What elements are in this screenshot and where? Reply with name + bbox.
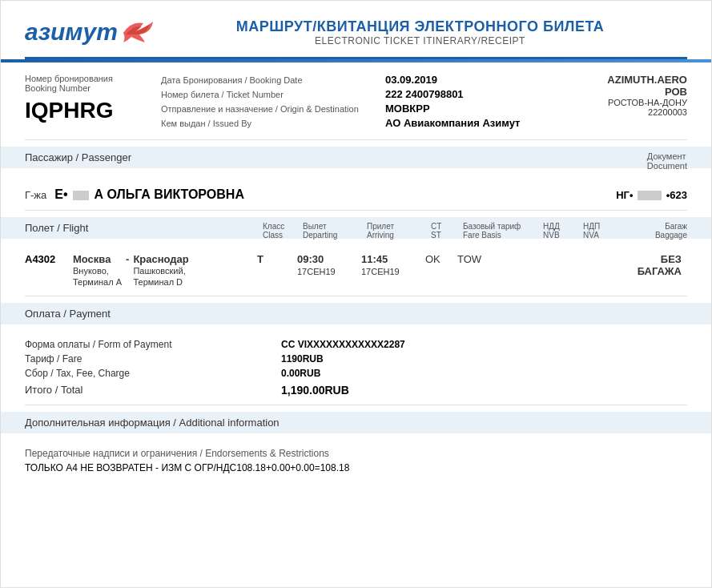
- passenger-section-header: Пассажир / Passenger Документ Document: [1, 147, 711, 168]
- passenger-title: Г-жа: [25, 189, 46, 201]
- flight-col-headers: КлассClass ВылетDeparting ПрилетArriving…: [263, 222, 687, 240]
- payment-section: Форма оплаты / Form of Payment CC VIXXXX…: [25, 331, 687, 405]
- booking-city-code: РОВ: [559, 86, 687, 98]
- origin-sub: Внуково,: [73, 266, 109, 276]
- booking-issued-row: Кем выдан / Issued By АО Авиакомпания Аз…: [161, 117, 551, 129]
- payment-form-row: Форма оплаты / Form of Payment CC VIXXXX…: [25, 339, 687, 350]
- booking-number-col: Номер бронирования Booking Number IQPHRG: [25, 74, 153, 131]
- passenger-name: Е• А ОЛЬГА ВИКТОРОВНА: [54, 187, 591, 202]
- flight-section-header: Полет / Flight КлассClass ВылетDeparting…: [1, 217, 711, 239]
- booking-issued-value: АО Авиакомпания Азимут: [385, 117, 520, 129]
- booking-date-row: Дата Бронирования / Booking Date 03.09.2…: [161, 74, 551, 86]
- col-class-header: КлассClass: [263, 222, 303, 240]
- col-departing-header: ВылетDeparting: [303, 222, 367, 240]
- payment-total-row: Итого / Total 1,190.00RUB: [25, 384, 687, 397]
- origin-terminal: Терминал А: [73, 277, 122, 287]
- booking-ticket-value: 222 2400798801: [385, 88, 464, 100]
- flight-data-row: A4302 Москва Внуково, Терминал А - Красн…: [25, 253, 687, 288]
- passenger-doc: НГ• •623: [591, 189, 687, 201]
- bird-icon: [119, 17, 155, 47]
- endorsements-text: ТОЛЬКО А4 НЕ ВОЗВРАТЕН - ИЗМ С ОГР/НДС10…: [25, 462, 687, 473]
- booking-right-col: AZIMUTH.AERO РОВ РОСТОВ-НА-ДОНУ 22200003: [559, 74, 687, 131]
- dest-sub: Пашковский,: [133, 266, 185, 276]
- flight-st: OK: [425, 253, 457, 277]
- booking-date-label: Дата Бронирования / Booking Date: [161, 75, 385, 85]
- payment-tax-row: Сбор / Tax, Fee, Charge 0.00RUB: [25, 368, 687, 379]
- payment-form-label: Форма оплаты / Form of Payment: [25, 339, 281, 350]
- payment-fare-value: 1190RUB: [281, 353, 324, 364]
- flight-fare: TOW: [457, 253, 537, 277]
- header-title: МАРШРУТ/КВИТАНЦИЯ ЭЛЕКТРОННОГО БИЛЕТА EL…: [153, 18, 687, 46]
- additional-section-header: Дополнительная информация / Additional i…: [1, 412, 711, 433]
- payment-fare-label: Тариф / Fare: [25, 353, 281, 364]
- col-arriving-header: ПрилетArriving: [367, 222, 431, 240]
- flight-class: Т: [257, 253, 297, 277]
- passenger-doc-col-header: Документ Document: [647, 151, 687, 171]
- booking-number-label-en: Booking Number: [25, 83, 153, 93]
- col-st-header: CTST: [431, 222, 463, 240]
- endorsements-label: Передаточные надписи и ограничения / End…: [25, 448, 687, 459]
- flight-data-cols: Т 09:30 17СЕН19 11:45 17СЕН19 OK TOW БЕЗ…: [257, 253, 687, 277]
- flight-dest: Краснодар Пашковский, Терминал D: [133, 253, 188, 288]
- col-fare-header: Базовый тарифFare Basis: [463, 222, 543, 240]
- payment-tax-value: 0.00RUB: [281, 368, 320, 379]
- flight-origin-dest: Москва Внуково, Терминал А - Краснодар П…: [73, 253, 257, 288]
- payment-tax-label: Сбор / Tax, Fee, Charge: [25, 368, 281, 379]
- logo-text: азимут: [25, 18, 118, 46]
- flight-dash: -: [122, 253, 133, 265]
- booking-site: AZIMUTH.AERO: [559, 74, 687, 86]
- dest-terminal: Терминал D: [133, 277, 183, 287]
- booking-ticket-row: Номер билета / Ticket Number 222 2400798…: [161, 88, 551, 100]
- payment-total-value: 1,190.00RUB: [281, 384, 349, 397]
- booking-issued-label: Кем выдан / Issued By: [161, 119, 385, 128]
- flight-nvb: [537, 253, 577, 277]
- origin-city: Москва: [73, 253, 111, 265]
- ticket-page: азимут МАРШРУТ/КВИТАНЦИЯ ЭЛЕКТРОННОГО БИ…: [0, 0, 712, 588]
- booking-origin-label: Отправление и назначение / Origin & Dest…: [161, 104, 385, 114]
- booking-origin-row: Отправление и назначение / Origin & Dest…: [161, 103, 551, 115]
- booking-ticket-label: Номер билета / Ticket Number: [161, 90, 385, 99]
- flight-number: A4302: [25, 253, 73, 265]
- flight-origin: Москва Внуково, Терминал А: [73, 253, 122, 288]
- payment-fare-row: Тариф / Fare 1190RUB: [25, 353, 687, 364]
- flight-nva: [577, 253, 617, 277]
- payment-form-value: CC VIXXXXXXXXXXXX2287: [281, 339, 405, 350]
- payment-section-header: Оплата / Payment: [1, 303, 711, 324]
- booking-date-value: 03.09.2019: [385, 74, 437, 86]
- logo-container: азимут: [25, 17, 153, 47]
- title-english: ELECTRONIC TICKET ITINERARY/RECEIPT: [153, 35, 687, 46]
- booking-number-value: IQPHRG: [25, 98, 153, 123]
- logo-area: азимут: [25, 17, 153, 47]
- dest-city: Краснодар: [133, 253, 188, 265]
- payment-total-label: Итого / Total: [25, 384, 281, 397]
- flight-arriving: 11:45 17СЕН19: [361, 253, 425, 277]
- passenger-section: Г-жа Е• А ОЛЬГА ВИКТОРОВНА НГ• •623: [25, 175, 687, 211]
- col-nva-header: НДПNVA: [583, 222, 623, 240]
- col-baggage-header: БагажBaggage: [623, 222, 687, 240]
- booking-doc-num: 22200003: [559, 107, 687, 117]
- title-russian: МАРШРУТ/КВИТАНЦИЯ ЭЛЕКТРОННОГО БИЛЕТА: [153, 18, 687, 35]
- booking-city-name: РОСТОВ-НА-ДОНУ: [559, 98, 687, 107]
- booking-number-label-ru: Номер бронирования: [25, 74, 153, 83]
- flight-baggage: БЕЗ БАГАЖА: [617, 253, 682, 277]
- col-nvb-header: НДДNVB: [543, 222, 583, 240]
- booking-details-col: Дата Бронирования / Booking Date 03.09.2…: [161, 74, 551, 131]
- passenger-header-label: Пассажир / Passenger: [25, 151, 131, 163]
- passenger-row: Г-жа Е• А ОЛЬГА ВИКТОРОВНА НГ• •623: [25, 187, 687, 202]
- header: азимут МАРШРУТ/КВИТАНЦИЯ ЭЛЕКТРОННОГО БИ…: [25, 17, 687, 59]
- doc-redact: [638, 191, 662, 200]
- booking-origin-value: МОВКРР: [385, 103, 430, 115]
- flight-departing: 09:30 17СЕН19: [297, 253, 361, 277]
- flight-section: A4302 Москва Внуково, Терминал А - Красн…: [25, 245, 687, 296]
- booking-info: Номер бронирования Booking Number IQPHRG…: [25, 62, 687, 140]
- name-redact-1: [73, 191, 89, 200]
- additional-section: Передаточные надписи и ограничения / End…: [25, 440, 687, 481]
